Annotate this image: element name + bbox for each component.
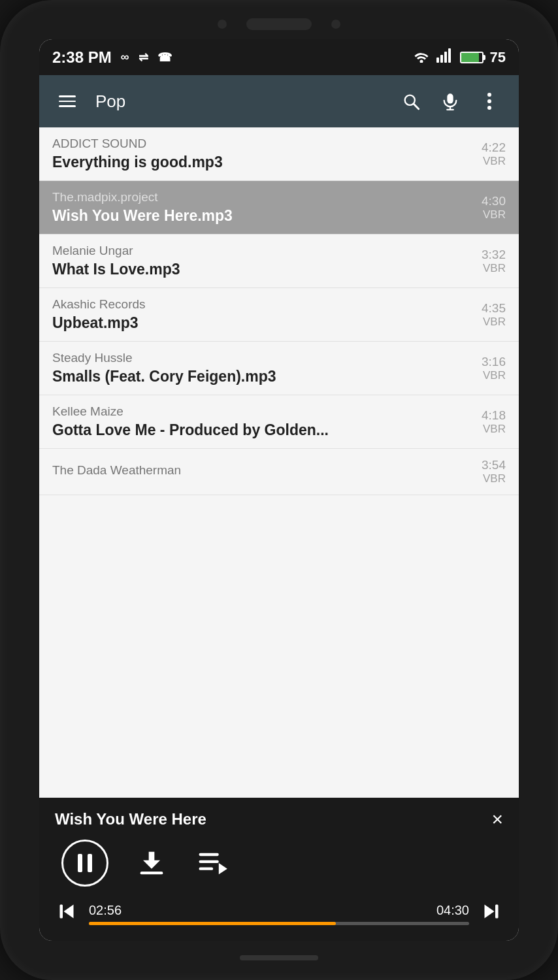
song-item[interactable]: The.madpix.projectWish You Were Here.mp3… xyxy=(39,181,519,235)
progress-fill xyxy=(89,922,336,925)
song-title: Smalls (Feat. Cory Feigen).mp3 xyxy=(52,368,467,385)
song-duration: 4:30 xyxy=(467,194,506,208)
song-info: Akashic RecordsUpbeat.mp3 xyxy=(52,297,467,332)
svg-point-9 xyxy=(487,93,491,97)
song-meta: 4:18VBR xyxy=(467,408,506,436)
status-left: 2:38 PM ∞ ⇌ ☎ xyxy=(52,48,172,67)
song-quality: VBR xyxy=(467,316,506,329)
player-progress: 02:56 04:30 xyxy=(55,900,503,928)
total-time: 04:30 xyxy=(436,903,469,918)
player-track-title: Wish You Were Here xyxy=(55,810,206,828)
song-meta: 3:54VBR xyxy=(467,458,506,485)
song-item[interactable]: Kellee MaizeGotta Love Me - Produced by … xyxy=(39,395,519,449)
song-item[interactable]: ADDICT SOUNDEverything is good.mp34:22VB… xyxy=(39,127,519,181)
phone-device: 2:38 PM ∞ ⇌ ☎ xyxy=(0,0,558,980)
song-artist: ADDICT SOUND xyxy=(52,137,467,151)
svg-marker-16 xyxy=(219,863,227,874)
svg-rect-3 xyxy=(448,48,451,63)
status-bar: 2:38 PM ∞ ⇌ ☎ xyxy=(39,39,519,75)
svg-rect-18 xyxy=(60,905,63,919)
hamburger-line-3 xyxy=(59,105,76,107)
song-info: ADDICT SOUNDEverything is good.mp3 xyxy=(52,137,467,171)
infinity-icon: ∞ xyxy=(121,50,129,64)
svg-line-5 xyxy=(414,104,419,109)
hamburger-line-1 xyxy=(59,95,76,97)
toolbar: Pop xyxy=(39,75,519,127)
current-time: 02:56 xyxy=(89,903,122,918)
phone-home-bar xyxy=(240,955,318,960)
microphone-button[interactable] xyxy=(434,85,467,118)
progress-times: 02:56 04:30 xyxy=(89,903,469,918)
song-duration: 4:35 xyxy=(467,301,506,316)
pause-bar-2 xyxy=(88,854,92,872)
song-meta: 4:35VBR xyxy=(467,301,506,329)
phone-screen: 2:38 PM ∞ ⇌ ☎ xyxy=(39,39,519,941)
song-meta: 3:16VBR xyxy=(467,355,506,382)
search-button[interactable] xyxy=(395,85,427,118)
song-quality: VBR xyxy=(467,369,506,382)
svg-rect-13 xyxy=(199,853,219,856)
song-item[interactable]: Akashic RecordsUpbeat.mp34:35VBR xyxy=(39,288,519,342)
svg-rect-12 xyxy=(140,872,163,874)
progress-area[interactable]: 02:56 04:30 xyxy=(89,903,469,925)
song-title: Upbeat.mp3 xyxy=(52,314,467,332)
download-button[interactable] xyxy=(135,846,169,880)
wifi-icon xyxy=(413,48,430,67)
song-info: The Dada Weatherman xyxy=(52,463,467,480)
player-close-button[interactable]: × xyxy=(491,808,503,830)
svg-rect-2 xyxy=(444,52,447,63)
song-info: Kellee MaizeGotta Love Me - Produced by … xyxy=(52,404,467,439)
song-artist: Steady Hussle xyxy=(52,351,467,365)
hamburger-line-2 xyxy=(59,101,76,103)
toolbar-actions xyxy=(395,85,506,118)
song-duration: 3:54 xyxy=(467,458,506,472)
battery-percent: 75 xyxy=(490,49,506,66)
queue-button[interactable] xyxy=(195,846,229,880)
pause-button[interactable] xyxy=(61,840,108,887)
song-title: Gotta Love Me - Produced by Golden... xyxy=(52,421,467,439)
song-quality: VBR xyxy=(467,262,506,275)
more-options-button[interactable] xyxy=(473,85,506,118)
svg-point-10 xyxy=(487,99,491,103)
camera-dot xyxy=(218,20,227,29)
svg-rect-0 xyxy=(436,57,439,63)
song-meta: 3:32VBR xyxy=(467,248,506,275)
player-bar: Wish You Were Here × xyxy=(39,798,519,941)
song-duration: 4:22 xyxy=(467,140,506,155)
signal-icon xyxy=(436,48,453,67)
svg-marker-17 xyxy=(64,905,74,919)
progress-track[interactable] xyxy=(89,922,469,925)
song-quality: VBR xyxy=(467,208,506,221)
sensor-dot xyxy=(331,20,340,29)
svg-rect-1 xyxy=(440,55,443,63)
svg-marker-19 xyxy=(485,905,495,919)
song-quality: VBR xyxy=(467,155,506,168)
song-list: ADDICT SOUNDEverything is good.mp34:22VB… xyxy=(39,127,519,798)
song-duration: 3:32 xyxy=(467,248,506,262)
song-info: Steady HussleSmalls (Feat. Cory Feigen).… xyxy=(52,351,467,385)
song-artist: Kellee Maize xyxy=(52,404,467,419)
song-meta: 4:22VBR xyxy=(467,140,506,168)
battery-fill xyxy=(461,53,479,62)
song-meta: 4:30VBR xyxy=(467,194,506,221)
song-quality: VBR xyxy=(467,423,506,436)
song-artist: Melanie Ungar xyxy=(52,244,467,258)
song-item[interactable]: Steady HussleSmalls (Feat. Cory Feigen).… xyxy=(39,342,519,395)
song-item[interactable]: Melanie UngarWhat Is Love.mp33:32VBR xyxy=(39,235,519,288)
speaker-grille xyxy=(246,18,312,30)
song-artist: The.madpix.project xyxy=(52,190,467,204)
song-item[interactable]: The Dada Weatherman3:54VBR xyxy=(39,449,519,495)
previous-button[interactable] xyxy=(55,900,78,928)
svg-rect-14 xyxy=(199,860,219,863)
usb-icon: ⇌ xyxy=(139,50,148,65)
song-artist: The Dada Weatherman xyxy=(52,463,467,478)
svg-point-11 xyxy=(487,106,491,110)
menu-button[interactable] xyxy=(52,89,82,114)
song-title: Everything is good.mp3 xyxy=(52,154,467,171)
next-button[interactable] xyxy=(480,900,503,928)
song-info: Melanie UngarWhat Is Love.mp3 xyxy=(52,244,467,278)
svg-rect-20 xyxy=(495,905,499,919)
song-title: What Is Love.mp3 xyxy=(52,261,467,278)
toolbar-title: Pop xyxy=(95,91,382,112)
song-title: Wish You Were Here.mp3 xyxy=(52,207,467,225)
